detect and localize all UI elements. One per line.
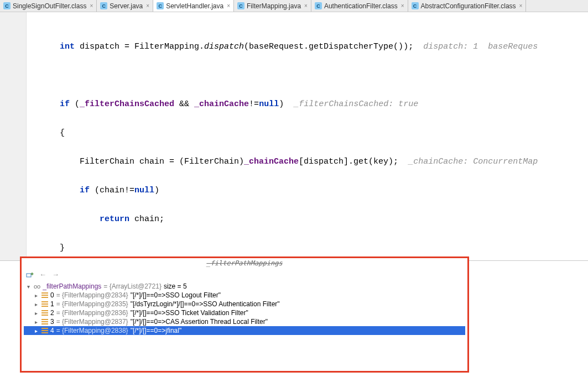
var-value: "[/*]/[]==0=>SSO Logout Filter" [131,291,221,299]
tree-row[interactable]: ▸ 1 = {FilterMapping@2835} "[/dsTyrzLogi… [24,300,465,308]
editor-gutter [0,12,27,260]
var-value: "[/*]/[]==0=>CAS Assertion Thread Local … [131,318,268,326]
close-icon[interactable]: × [90,3,93,9]
java-class-icon: C [3,2,11,9]
watch-icon: oo [34,283,40,290]
tab-label: ServletHandler.java [166,2,223,10]
tab-label: AuthenticationFilter.class [324,2,398,10]
variables-tree[interactable]: ▾ oo _filterPathMappings = {ArrayList@27… [22,282,467,337]
caret-right-icon[interactable]: ▸ [33,292,39,299]
svg-rect-0 [27,274,31,277]
caret-right-icon[interactable]: ▸ [33,301,39,307]
tab-servlethandler[interactable]: C ServletHandler.java × [153,0,234,12]
var-value: "[/*]/[]==0=>jfinal" [131,327,182,334]
var-type: = {FilterMapping@2837} [56,318,128,326]
tree-row[interactable]: ▸ 2 = {FilterMapping@2836} "[/*]/[]==0=>… [24,308,465,317]
var-index: 3 [50,318,54,326]
var-type: = {FilterMapping@2834} [56,291,128,299]
close-icon[interactable]: × [304,3,308,9]
caret-down-icon[interactable]: ▾ [25,284,32,290]
tab-abstractconfigurationfilter[interactable]: C AbstractConfigurationFilter.class × [408,0,527,12]
tab-filtermapping[interactable]: C FilterMapping.java × [234,0,311,12]
new-watch-icon[interactable] [26,271,34,279]
debug-toolbar: ← → [22,269,467,282]
tree-row[interactable]: ▸ 3 = {FilterMapping@2837} "[/*]/[]==0=>… [24,317,465,326]
java-class-icon: C [100,2,107,9]
tree-root-row[interactable]: ▾ oo _filterPathMappings = {ArrayList@27… [24,282,465,291]
tab-label: Server.java [110,2,143,10]
var-name: _filterPathMappings [43,282,101,290]
close-icon[interactable]: × [146,3,149,9]
array-item-icon [41,310,48,316]
var-index: 4 [50,327,54,334]
debug-expression-title: _filterPathMappings [22,258,467,269]
tab-server[interactable]: C Server.java × [97,0,153,12]
caret-right-icon[interactable]: ▸ [33,328,39,334]
back-icon[interactable]: ← [39,270,46,279]
var-value: "[/*]/[]==0=>SSO Ticket Validation Filte… [131,309,248,317]
tab-singlesignoutfilter[interactable]: C SingleSignOutFilter.class × [0,0,97,12]
java-class-icon: C [237,2,244,9]
tab-label: AbstractConfigurationFilter.class [421,2,516,10]
caret-right-icon[interactable]: ▸ [33,319,39,325]
var-type: = {FilterMapping@2835} [56,300,128,308]
debugger-panel: _filterPathMappings ← → ▾ oo _filterPath… [20,256,469,373]
java-class-icon: C [412,2,419,9]
close-icon[interactable]: × [227,3,230,9]
array-item-icon [41,301,48,307]
java-class-icon: C [157,2,164,9]
var-index: 0 [50,291,54,299]
var-type: = {ArrayList@2721} [103,282,162,290]
tab-authenticationfilter[interactable]: C AuthenticationFilter.class × [311,0,408,12]
var-type: = {FilterMapping@2836} [56,309,128,317]
tab-label: FilterMapping.java [247,2,301,10]
tab-label: SingleSignOutFilter.class [13,2,86,10]
tree-row[interactable]: ▸ 0 = {FilterMapping@2834} "[/*]/[]==0=>… [24,291,465,300]
var-index: 1 [50,300,54,308]
var-value: "[/dsTyrzLogin/*]/[]==0=>SSO Authenticat… [131,300,280,308]
java-class-icon: C [315,2,322,9]
array-item-icon [41,292,48,298]
var-summary: size = 5 [164,282,187,290]
close-icon[interactable]: × [401,3,404,9]
close-icon[interactable]: × [519,3,523,9]
caret-right-icon[interactable]: ▸ [33,310,39,316]
array-item-icon [41,328,48,333]
forward-icon[interactable]: → [52,270,59,279]
tree-row-selected[interactable]: ▸ 4 = {FilterMapping@2838} "[/*]/[]==0=>… [24,326,465,335]
code-editor[interactable]: int dispatch = FilterMapping.dispatch(ba… [0,12,588,261]
array-item-icon [41,319,48,324]
editor-tab-bar: C SingleSignOutFilter.class × C Server.j… [0,0,588,12]
var-index: 2 [50,309,54,317]
code-lines: int dispatch = FilterMapping.dispatch(ba… [0,12,588,261]
var-type: = {FilterMapping@2838} [56,327,128,334]
